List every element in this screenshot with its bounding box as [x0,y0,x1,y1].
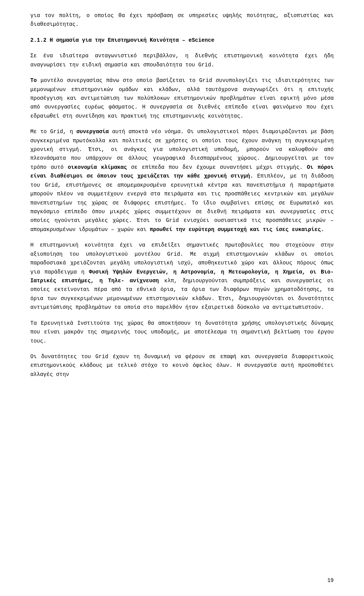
section-heading-2-1-2: 2.1.2 Η σημασία για την Επιστημονική Κοι… [30,36,334,45]
bold-oikonomia: οικονομία κλίμακας [68,164,127,170]
paragraph-escience-intro: Σε ένα ιδιαίτερα ανταγωνιστικό περιβάλλο… [30,52,334,69]
bold-proothei: προωθεί την ευρύτερη συμμετοχή και τις ί… [150,226,324,233]
paragraph-institouta: Τα Ερευνητικά Ινστιτούτα της χώρας θα απ… [30,319,334,346]
paragraph-epistimones: Η επιστημονική κοινότητα έχει να επιδείξ… [30,241,334,312]
paragraph-model: Το μοντέλο συνεργασίας πάνω στο οποίο βα… [30,76,334,121]
bold-synergasia: συνεργασία [77,129,109,135]
paragraph-grid-cooperation: Με το Grid, η συνεργασία αυτή αποκτά νέο… [30,127,334,234]
page-container: για τον πολίτη, ο οποίος θα έχει πρόσβασ… [0,0,364,596]
paragraph-intro: για τον πολίτη, ο οποίος θα έχει πρόσβασ… [30,11,334,29]
bold-sciences: Φυσική Υψηλών Ενεργειών, η Αστρονομία, η… [30,269,334,284]
bold-to: Το [30,77,37,83]
paragraph-dynamikes: Οι δυνατότητες του Grid έχουν τη δυναμικ… [30,352,334,379]
page-number: 19 [327,576,334,585]
